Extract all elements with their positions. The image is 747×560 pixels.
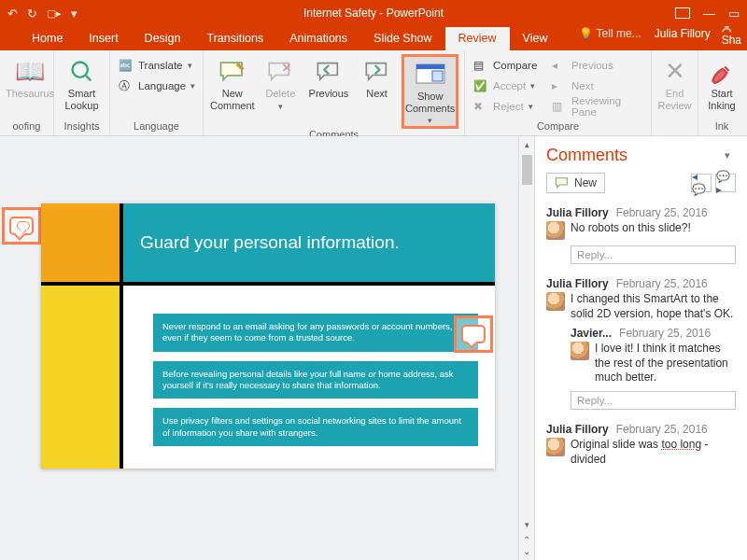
comment-bubble-icon[interactable]	[9, 217, 34, 235]
tell-me-search[interactable]: 💡 Tell me...	[579, 27, 641, 40]
slide-block-orange	[41, 203, 120, 282]
comment-delete-icon	[267, 58, 293, 86]
slide-content[interactable]: Never respond to an email asking for any…	[153, 314, 478, 446]
prev-icon: ◂	[552, 59, 567, 72]
new-comment-button[interactable]: New Comment	[209, 54, 256, 111]
globe-icon: Ⓐ	[119, 79, 134, 93]
translate-button[interactable]: 🔤 Translate ▾	[116, 56, 198, 75]
comment-add-icon	[218, 58, 247, 86]
pen-icon	[710, 58, 734, 86]
translate-label: Translate	[138, 60, 183, 71]
reviewing-pane-label: Reviewing Pane	[571, 95, 642, 118]
comments-pane-title: Comments	[546, 146, 725, 165]
tab-review[interactable]: Review	[445, 27, 510, 50]
comments-nav-next[interactable]: 💬▸	[715, 174, 736, 192]
slide-title[interactable]: Guard your personal information.	[123, 203, 495, 282]
smart-lookup-button[interactable]: Smart Lookup	[60, 54, 104, 111]
scroll-down-icon[interactable]: ▾	[525, 518, 529, 531]
tab-slideshow[interactable]: Slide Show	[360, 27, 445, 50]
reject-button: ✖Reject ▾	[471, 97, 547, 116]
start-inking-button[interactable]: Start Inking	[704, 54, 740, 111]
next-comment-label: Next	[366, 88, 388, 100]
tab-home[interactable]: Home	[19, 27, 76, 50]
compare-prev-label: Previous	[571, 60, 613, 71]
reject-label: Reject	[493, 101, 524, 112]
compare-next-button: ▸Next	[549, 77, 645, 95]
vertical-scrollbar[interactable]: ▴ ▾ ⌃ ⌄	[518, 136, 534, 560]
new-comment-pane-button[interactable]: New	[546, 173, 605, 193]
comment-text: No robots on this slide?!	[571, 221, 736, 240]
slide-bar-1[interactable]: Never respond to an email asking for any…	[153, 314, 478, 352]
comment-next-icon	[364, 58, 390, 86]
slide-bar-2[interactable]: Before revealing personal details like y…	[153, 361, 478, 399]
scroll-thumb[interactable]	[522, 155, 532, 185]
comment-author: Julia Fillory	[546, 206, 609, 219]
group-ink-label: Ink	[704, 120, 740, 133]
slide-bar-3[interactable]: Use privacy filters and settings on soci…	[153, 408, 478, 446]
accept-button: ✅Accept ▾	[471, 77, 547, 95]
show-comments-button[interactable]: Show Comments▾	[402, 54, 458, 129]
compare-label: Compare	[493, 60, 537, 71]
end-review-icon: ✕	[665, 58, 685, 86]
tab-transitions[interactable]: Transitions	[194, 27, 277, 50]
end-review-label: End Review	[657, 88, 691, 111]
group-compare-label: Compare	[471, 120, 645, 133]
slide-vstripe	[120, 203, 123, 469]
comment-reply[interactable]: Javier...February 25, 2016 I love it! I …	[546, 321, 736, 385]
next-comment-button[interactable]: Next	[354, 54, 401, 100]
restore-icon[interactable]: ▭	[728, 7, 740, 21]
comments-nav-prev[interactable]: ◂💬	[691, 174, 712, 192]
comment-bubble-icon[interactable]	[461, 325, 486, 343]
title-bar: ↶ ↻ ▢▸ ▾ Internet Safety - PowerPoint ― …	[0, 0, 747, 26]
comment-date: February 25, 2016	[616, 423, 708, 436]
smart-lookup-label: Smart Lookup	[64, 88, 98, 111]
minimize-icon[interactable]: ―	[703, 7, 715, 21]
language-label: Language	[138, 80, 186, 91]
comment-thread[interactable]: Julia FilloryFebruary 25, 2016 Original …	[535, 419, 747, 474]
slide-canvas[interactable]: Guard your personal information. Never r…	[41, 203, 495, 469]
next-slide-icon[interactable]: ⌄	[523, 546, 530, 556]
compare-icon: ▤	[473, 59, 488, 72]
svg-rect-3	[416, 64, 444, 69]
start-from-beginning-icon[interactable]: ▢▸	[47, 7, 62, 20]
comment-author: Julia Fillory	[546, 277, 609, 290]
qat-customize-icon[interactable]: ▾	[71, 7, 78, 21]
redo-icon[interactable]: ↻	[27, 7, 37, 21]
comment-thread[interactable]: Julia FilloryFebruary 25, 2016 I changed…	[535, 273, 747, 419]
compare-button[interactable]: ▤Compare	[471, 56, 547, 75]
reply-input[interactable]: Reply...	[571, 245, 736, 264]
tab-insert[interactable]: Insert	[76, 27, 131, 50]
ribbon: 📖 Thesaurus oofing Smart Lookup Insights…	[0, 50, 747, 136]
show-comments-icon	[416, 61, 445, 89]
svg-point-1	[72, 63, 87, 77]
book-icon: 📖	[15, 58, 45, 86]
reviewing-pane-button: ▥Reviewing Pane	[549, 97, 645, 116]
tab-design[interactable]: Design	[132, 27, 194, 50]
avatar	[546, 221, 565, 240]
group-compare-end	[657, 120, 692, 133]
magnifier-icon	[69, 58, 95, 86]
prev-slide-icon[interactable]: ⌃	[523, 535, 530, 545]
previous-comment-label: Previous	[309, 88, 349, 100]
accept-icon: ✅	[473, 79, 488, 92]
reject-icon: ✖	[473, 100, 488, 113]
svg-rect-4	[432, 71, 443, 81]
tab-animations[interactable]: Animations	[276, 27, 360, 50]
comment-thread[interactable]: Julia FilloryFebruary 25, 2016 No robots…	[535, 203, 747, 273]
scroll-up-icon[interactable]: ▴	[525, 138, 529, 151]
display-options-icon[interactable]	[675, 7, 690, 19]
previous-comment-button[interactable]: Previous	[305, 54, 352, 100]
comments-pane-menu-icon[interactable]: ▾	[725, 149, 736, 161]
group-insights-label: Insights	[60, 120, 104, 133]
back-icon[interactable]: ↶	[7, 7, 18, 21]
language-button[interactable]: Ⓐ Language ▾	[116, 77, 198, 95]
quick-access-toolbar: ↶ ↻ ▢▸ ▾	[0, 7, 78, 21]
reply-input[interactable]: Reply...	[571, 391, 736, 410]
new-comment-pane-label: New	[574, 176, 597, 189]
comment-text: I changed this SmartArt to the solid 2D …	[571, 292, 736, 321]
thesaurus-button: 📖 Thesaurus	[6, 54, 54, 100]
slide-editor[interactable]: Guard your personal information. Never r…	[0, 136, 518, 560]
tab-view[interactable]: View	[510, 27, 561, 50]
reply-text: I love it! I think it matches the rest o…	[595, 342, 736, 385]
signed-in-user[interactable]: Julia Fillory	[655, 27, 711, 40]
